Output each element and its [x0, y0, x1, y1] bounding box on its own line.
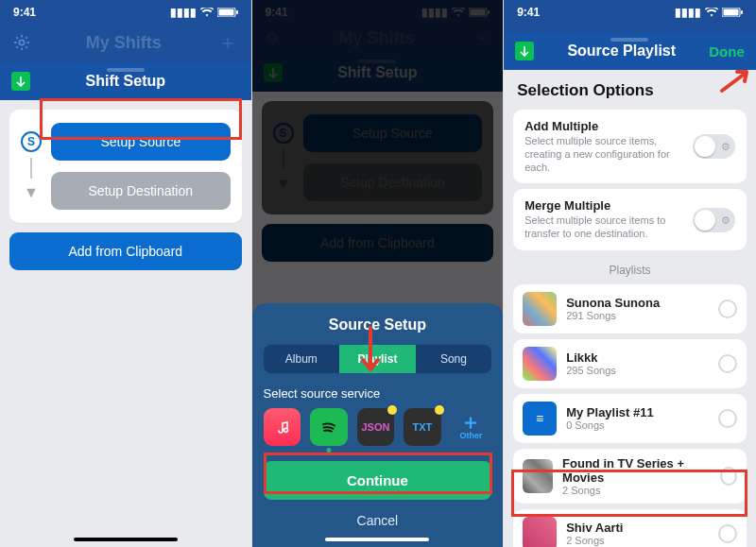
radio[interactable]: [718, 354, 737, 373]
playlist-thumb: ≡: [523, 402, 557, 436]
gear-icon: [13, 34, 30, 51]
screen-shift-setup: 9:41 ▮▮▮▮ My Shifts ＋ Shift Setup: [0, 0, 252, 547]
continue-button[interactable]: Continue: [264, 461, 492, 500]
arrow-down-icon: ▼: [24, 184, 39, 201]
segmented-control[interactable]: Album Playlist Song: [264, 345, 492, 373]
badge-icon: [387, 405, 397, 415]
badge-icon: [435, 405, 444, 415]
option-title: Add Multiple: [524, 119, 598, 133]
playlist-item[interactable]: Found in TV Series + Movies2 Songs: [513, 449, 747, 504]
playlist-thumb: [523, 459, 553, 493]
service-spotify-icon[interactable]: [310, 408, 348, 446]
setup-card: S ▼ Setup Source Setup Destination: [9, 110, 242, 223]
wifi-icon: [705, 8, 718, 17]
playlist-item[interactable]: Shiv Aarti2 Songs: [513, 509, 747, 547]
toggle[interactable]: ⚙: [693, 208, 735, 232]
gear-icon: ⚙: [721, 141, 730, 153]
nav-title: Source Playlist: [534, 43, 709, 60]
radio[interactable]: [720, 467, 737, 486]
nav-bar: Source Playlist Done: [504, 32, 756, 70]
plus-icon: ＋: [217, 28, 238, 57]
bg-header: 9:41 ▮▮▮▮ My Shifts ＋: [0, 0, 251, 62]
service-json-icon[interactable]: JSON: [357, 408, 395, 446]
nav-left-icon[interactable]: [515, 42, 534, 60]
signal-icon: ▮▮▮▮: [170, 6, 197, 19]
battery-icon: [217, 8, 238, 17]
plus-icon: ＋: [460, 414, 481, 431]
playlist-thumb: [523, 292, 557, 326]
home-indicator[interactable]: [325, 538, 429, 541]
service-apple-music-icon[interactable]: [264, 408, 301, 446]
svg-rect-9: [723, 9, 738, 16]
option-title: Merge Multiple: [524, 198, 610, 213]
playlist-item[interactable]: Sunona Sunona291 Songs: [513, 284, 747, 333]
playlist-item[interactable]: ≡ My Playlist #110 Songs: [513, 394, 747, 443]
done-button[interactable]: Done: [709, 43, 745, 60]
service-other-button[interactable]: ＋Other: [451, 408, 491, 446]
status-time: 9:41: [517, 6, 540, 19]
screen-source-setup: 9:41 ▮▮▮▮ ⚙My Shifts＋ Shift Setup S▼ Set…: [252, 0, 505, 547]
flow-indicator: S ▼: [21, 131, 42, 201]
svg-point-3: [19, 40, 24, 44]
source-circle-icon: S: [21, 131, 42, 152]
bg-title: My Shifts: [86, 33, 162, 53]
seg-playlist[interactable]: Playlist: [339, 345, 416, 373]
sheet-handle[interactable]: [107, 68, 145, 72]
radio[interactable]: [718, 524, 737, 543]
service-label: Select source service: [264, 386, 492, 401]
wifi-icon: [200, 8, 214, 17]
section-header: Selection Options: [504, 70, 756, 104]
radio[interactable]: [718, 409, 737, 428]
radio[interactable]: [718, 299, 737, 318]
option-add-multiple[interactable]: Add Multiple Select multiple source item…: [513, 110, 747, 183]
screen-source-playlist: 9:41 ▮▮▮▮ Source Playlist Done Selection…: [504, 0, 756, 547]
svg-rect-2: [236, 10, 238, 14]
playlist-item[interactable]: Likkk295 Songs: [513, 339, 747, 388]
status-bar: 9:41 ▮▮▮▮: [504, 2, 756, 23]
signal-icon: ▮▮▮▮: [675, 6, 701, 19]
toggle[interactable]: ⚙: [693, 134, 735, 159]
nav-bar: Shift Setup: [0, 62, 251, 100]
setup-destination-button[interactable]: Setup Destination: [51, 172, 231, 210]
service-txt-icon[interactable]: TXT: [404, 408, 441, 446]
nav-title: Shift Setup: [30, 73, 221, 90]
nav-left-icon[interactable]: [11, 72, 30, 91]
battery-icon: [722, 8, 743, 17]
selected-dot-icon: [326, 448, 331, 453]
svg-rect-10: [741, 10, 743, 14]
status-time: 9:41: [13, 6, 36, 19]
option-subtitle: Select multiple source items to transfer…: [524, 214, 685, 241]
content[interactable]: Selection Options Add Multiple Select mu…: [504, 70, 756, 547]
status-bar: 9:41 ▮▮▮▮: [0, 2, 251, 23]
seg-album[interactable]: Album: [264, 345, 340, 373]
list-header: Playlists: [504, 256, 756, 279]
setup-source-button[interactable]: Setup Source: [51, 123, 231, 161]
service-row: JSON TXT ＋Other: [264, 408, 492, 446]
option-subtitle: Select multiple source items, creating a…: [524, 135, 685, 174]
playlist-thumb: [523, 347, 557, 381]
gear-icon: ⚙: [721, 214, 730, 226]
seg-song[interactable]: Song: [416, 345, 492, 373]
sheet-title: Source Setup: [264, 316, 492, 333]
source-setup-sheet: Source Setup Album Playlist Song Select …: [252, 303, 504, 547]
home-indicator[interactable]: [74, 538, 178, 541]
add-from-clipboard-button[interactable]: Add from Clipboard: [9, 232, 242, 270]
content: S ▼ Setup Source Setup Destination Add f…: [0, 100, 251, 547]
status-icons: ▮▮▮▮: [170, 6, 238, 19]
option-merge-multiple[interactable]: Merge Multiple Select multiple source it…: [513, 189, 747, 250]
sheet-handle[interactable]: [610, 38, 648, 42]
svg-rect-1: [218, 9, 233, 16]
bg-title-row: My Shifts ＋: [0, 23, 251, 62]
playlist-thumb: [523, 517, 557, 547]
cancel-button[interactable]: Cancel: [264, 500, 492, 530]
